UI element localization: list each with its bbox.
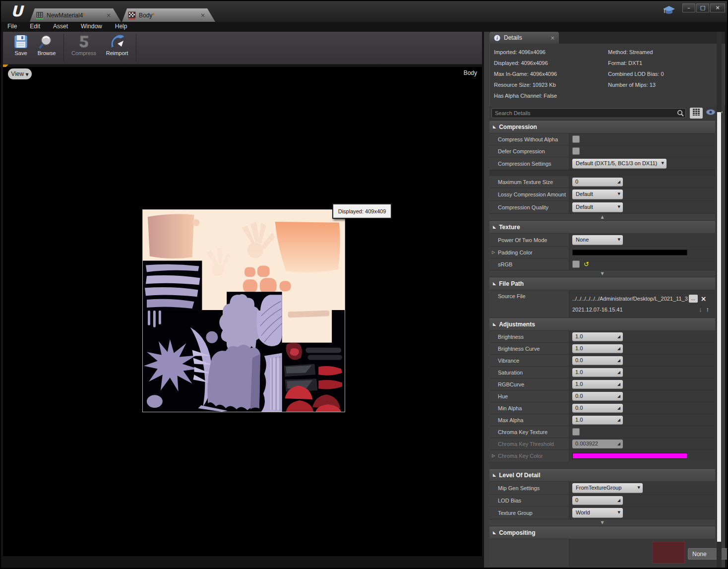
tab-body[interactable]: Body* × (122, 8, 215, 22)
texture-viewport[interactable]: View ▼ Body (3, 67, 482, 556)
unreal-texture-editor-window: U NewMaterial4* × Body* × (0, 0, 728, 569)
srgb-checkbox[interactable] (572, 260, 580, 268)
section-header-file-path[interactable]: ◣File Path (489, 277, 715, 290)
hue-input[interactable]: 0.0◢ (572, 392, 623, 401)
view-dropdown-button[interactable]: View ▼ (8, 68, 32, 79)
tab-details[interactable]: i Details × (489, 32, 559, 44)
property-label: Min Alpha (498, 405, 522, 411)
info-line: Combined LOD Bias: 0 (608, 68, 664, 79)
details-tab-row: i Details × (489, 32, 725, 44)
menu-item-help[interactable]: Help (109, 22, 134, 32)
section-header-compositing[interactable]: ◣Compositing (489, 526, 715, 539)
source-file-timestamp: 2021.12.07-16.15.41 (572, 307, 623, 313)
minimize-button[interactable]: – (682, 3, 695, 12)
compress-without-alpha-checkbox[interactable] (572, 135, 580, 143)
title-bar: U NewMaterial4* × Body* × (1, 1, 728, 22)
menu-item-asset[interactable]: Asset (47, 22, 74, 32)
texture-asset-icon (128, 11, 136, 19)
browse-file-button[interactable]: ... (689, 295, 698, 303)
info-line: Has Alpha Channel: False (494, 90, 557, 101)
property-label: Mip Gen Settings (498, 485, 540, 491)
value-scrub-icon: ◢ (617, 418, 620, 422)
search-details-input[interactable]: Search Details (491, 108, 686, 118)
details-tab-close-icon[interactable]: × (550, 35, 555, 41)
details-search-row: Search Details ▼ (489, 106, 725, 120)
vibrance-input[interactable]: 0.0◢ (572, 356, 623, 365)
browse-magnifier-icon (38, 34, 55, 50)
save-button[interactable]: Save (10, 34, 32, 56)
defer-compression-checkbox[interactable] (572, 147, 580, 155)
composite-texture-dropdown[interactable]: None▼ (688, 548, 728, 560)
brightness-curve-input[interactable]: 1.0◢ (572, 344, 623, 353)
maximum-texture-size-input[interactable]: 0◢ (572, 178, 623, 187)
min-alpha-input[interactable]: 0.0◢ (572, 404, 623, 413)
details-panel: i Details × Imported: 4096x4096Displayed… (489, 32, 725, 569)
section-header-level-of-detail[interactable]: ◣Level Of Detail (489, 468, 715, 481)
chevron-down-icon: ▼ (618, 238, 620, 242)
value-scrub-icon: ◢ (617, 334, 620, 339)
section-expand-icon: ◣ (493, 281, 496, 286)
power-of-two-mode-dropdown[interactable]: None▼ (572, 235, 623, 245)
info-line: Format: DXT1 (608, 58, 664, 68)
property-label: Vibrance (498, 358, 519, 364)
info-line: Displayed: 4096x4096 (494, 58, 557, 68)
value-scrub-icon: ◢ (617, 498, 620, 503)
composite-texture-thumbnail[interactable] (652, 542, 685, 564)
browse-button[interactable]: Browse (34, 34, 60, 56)
property-row-srgb: sRGB↺ (489, 258, 715, 270)
info-column-right: Method: StreamedFormat: DXT1Combined LOD… (608, 47, 664, 90)
reimport-arrow-icon[interactable]: ↑ (706, 306, 710, 313)
padding-color-swatch[interactable] (572, 250, 687, 255)
property-row-chroma-key-color: ▷Chroma Key Color (489, 449, 715, 461)
advanced-properties-toggle[interactable]: ▼ (489, 519, 715, 526)
property-label: Compression Quality (498, 204, 548, 210)
max-alpha-input[interactable]: 1.0◢ (572, 416, 623, 425)
tutorial-cap-icon[interactable] (663, 5, 675, 16)
clear-source-icon[interactable]: × (701, 295, 707, 303)
compression-quality-dropdown[interactable]: Default▼ (572, 202, 623, 212)
section-header-texture[interactable]: ◣Texture (489, 220, 715, 233)
expand-property-icon[interactable]: ▷ (492, 250, 495, 254)
property-label: Max Alpha (498, 417, 523, 423)
expand-property-icon[interactable]: ▷ (492, 453, 495, 458)
mip-gen-settings-dropdown[interactable]: FromTextureGroup▼ (572, 483, 643, 493)
property-label: Hue (498, 393, 508, 399)
close-button[interactable]: × (710, 3, 725, 12)
details-scrollbar-thumb[interactable] (717, 112, 721, 542)
menu-item-window[interactable]: Window (74, 22, 109, 32)
texture-group-dropdown[interactable]: World▼ (572, 508, 623, 518)
compression-settings-dropdown[interactable]: Default (DXT1/5, BC1/3 on DX11)▼ (572, 159, 667, 169)
reimport-button[interactable]: Reimport (102, 34, 132, 56)
lossy-compression-amount-dropdown[interactable]: Default▼ (572, 190, 623, 199)
section-expand-icon: ◣ (493, 530, 496, 535)
saturation-input[interactable]: 1.0◢ (572, 368, 623, 377)
property-row-chroma-key-texture: Chroma Key Texture (489, 426, 715, 438)
property-label: Source File (498, 293, 526, 299)
section-header-compression[interactable]: ◣Compression (489, 120, 715, 133)
value-scrub-icon: ◢ (617, 180, 620, 184)
lod-bias-input[interactable]: 0◢ (572, 496, 623, 505)
section-header-adjustments[interactable]: ◣Adjustments (489, 317, 715, 330)
details-property-sections: ◣CompressionCompress Without AlphaDefer … (489, 120, 715, 567)
section-title: Level Of Detail (499, 472, 540, 479)
pane-splitter[interactable] (484, 32, 489, 569)
property-row-padding-color: ▷Padding Color (489, 246, 715, 258)
menu-item-file[interactable]: File (1, 22, 23, 32)
property-row-lossy-compression-amount: Lossy Compression AmountDefault▼ (489, 188, 715, 200)
tab-newmaterial4[interactable]: NewMaterial4* × (30, 8, 121, 22)
export-arrow-icon[interactable]: ↓ (699, 306, 702, 313)
value-scrub-icon: ◢ (617, 382, 620, 386)
chroma-key-texture-checkbox[interactable] (572, 428, 580, 436)
advanced-properties-toggle[interactable]: ▲ (489, 213, 715, 220)
display-filter-grid-button[interactable] (690, 108, 703, 119)
row-divider (489, 170, 715, 176)
advanced-properties-toggle[interactable]: ▼ (489, 270, 715, 277)
section-expand-icon: ◣ (493, 125, 496, 129)
tab-close-icon[interactable]: × (200, 12, 205, 19)
reset-to-default-icon[interactable]: ↺ (584, 262, 589, 267)
rgbcurve-input[interactable]: 1.0◢ (572, 380, 623, 389)
menu-item-edit[interactable]: Edit (23, 22, 47, 32)
maximize-button[interactable]: □ (696, 3, 709, 12)
tab-close-icon[interactable]: × (106, 12, 111, 19)
brightness-input[interactable]: 1.0◢ (572, 332, 623, 341)
